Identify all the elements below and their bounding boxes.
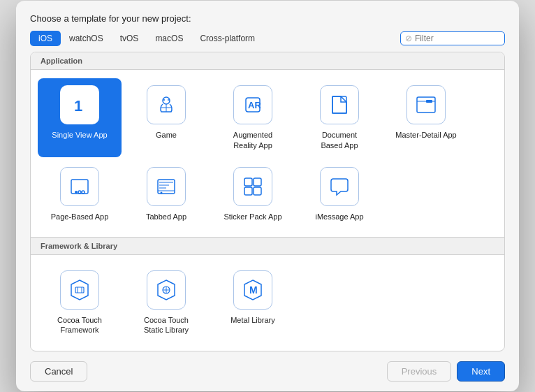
section-header-framework: Framework & Library	[31, 238, 504, 255]
document-based-app-label: DocumentBased App	[321, 130, 358, 150]
template-single-view-app[interactable]: 1 Single View App	[38, 78, 122, 157]
dialog-title: Choose a template for your new project:	[16, 1, 519, 31]
application-grid: 1 Single View App	[31, 70, 504, 237]
svg-rect-22	[244, 178, 252, 186]
svg-point-1	[163, 97, 170, 104]
framework-grid: Cocoa TouchFramework Cocoa TouchStatic L…	[31, 255, 504, 351]
svg-marker-26	[71, 280, 88, 300]
page-based-app-label: Page-Based App	[51, 212, 109, 222]
document-icon-box	[320, 85, 359, 124]
template-imessage-app[interactable]: iMessage App	[298, 160, 381, 228]
game-icon-box	[147, 85, 186, 124]
template-document-based-app[interactable]: DocumentBased App	[298, 78, 381, 157]
cocoa-touch-framework-icon-box	[60, 270, 99, 310]
ar-app-label: AugmentedReality App	[233, 130, 272, 150]
master-detail-app-label: Master-Detail App	[395, 130, 456, 140]
master-detail-icon-box	[406, 85, 446, 124]
template-page-based-app[interactable]: Page-Based App	[38, 160, 122, 228]
svg-rect-27	[75, 287, 84, 293]
ar-icon-box: AR	[233, 85, 272, 124]
template-game[interactable]: Game	[124, 78, 208, 157]
cocoa-touch-static-library-label: Cocoa TouchStatic Library	[144, 315, 189, 335]
tab-watchos[interactable]: watchOS	[61, 31, 112, 46]
svg-text:1: 1	[74, 97, 82, 115]
svg-point-13	[75, 191, 78, 194]
svg-point-18	[161, 191, 163, 194]
single-view-icon-box: 1	[60, 85, 99, 124]
single-view-app-label: Single View App	[52, 130, 107, 140]
template-master-detail-app[interactable]: Master-Detail App	[384, 78, 468, 157]
tab-tvos[interactable]: tvOS	[112, 31, 147, 46]
tabs-row: iOS watchOS tvOS macOS Cross-platform ⊘	[16, 31, 519, 52]
dialog-footer: Cancel Previous Next	[16, 351, 519, 391]
svg-rect-16	[158, 180, 175, 194]
tabbed-icon-box	[147, 167, 186, 206]
template-ar-app[interactable]: AR AugmentedReality App	[211, 78, 295, 157]
next-button[interactable]: Next	[457, 361, 505, 382]
cancel-button[interactable]: Cancel	[30, 361, 87, 382]
svg-rect-9	[417, 97, 435, 112]
imessage-app-label: iMessage App	[315, 212, 363, 222]
svg-rect-23	[254, 178, 261, 186]
svg-text:M: M	[249, 284, 258, 296]
tab-crossplatform[interactable]: Cross-platform	[191, 31, 263, 46]
cocoa-touch-framework-label: Cocoa TouchFramework	[57, 315, 102, 335]
template-sticker-pack-app[interactable]: Sticker Pack App	[211, 160, 295, 228]
svg-rect-12	[71, 180, 88, 194]
svg-rect-24	[244, 187, 252, 195]
tab-ios[interactable]: iOS	[30, 31, 61, 46]
svg-point-14	[78, 191, 81, 194]
project-template-dialog: Choose a template for your new project: …	[16, 1, 519, 391]
filter-icon: ⊘	[405, 34, 412, 43]
tabbed-app-label: Tabbed App	[146, 212, 186, 222]
metal-library-icon-box: M	[233, 270, 272, 310]
filter-input[interactable]	[415, 34, 500, 43]
svg-rect-8	[332, 96, 346, 113]
previous-button[interactable]: Previous	[387, 361, 452, 382]
tab-macos[interactable]: macOS	[147, 31, 191, 46]
page-based-icon-box	[60, 167, 99, 206]
template-cocoa-touch-static-library[interactable]: Cocoa TouchStatic Library	[124, 263, 208, 342]
template-cocoa-touch-framework[interactable]: Cocoa TouchFramework	[38, 263, 122, 342]
template-metal-library[interactable]: M Metal Library	[211, 263, 295, 342]
sticker-pack-icon-box	[233, 167, 272, 206]
section-header-application: Application	[31, 52, 504, 70]
game-label: Game	[156, 130, 177, 140]
cocoa-touch-static-library-icon-box	[147, 270, 186, 310]
template-tabbed-app[interactable]: Tabbed App	[124, 160, 208, 228]
svg-point-3	[168, 99, 169, 101]
nav-buttons: Previous Next	[387, 361, 505, 382]
svg-rect-25	[254, 187, 261, 195]
svg-point-15	[82, 191, 85, 194]
svg-point-2	[163, 99, 165, 101]
filter-container: ⊘	[400, 31, 505, 45]
content-area: Application 1 Single View App	[30, 52, 505, 351]
sticker-pack-app-label: Sticker Pack App	[223, 212, 281, 222]
imessage-icon-box	[320, 167, 359, 206]
metal-library-label: Metal Library	[230, 315, 275, 325]
svg-text:AR: AR	[248, 100, 261, 110]
